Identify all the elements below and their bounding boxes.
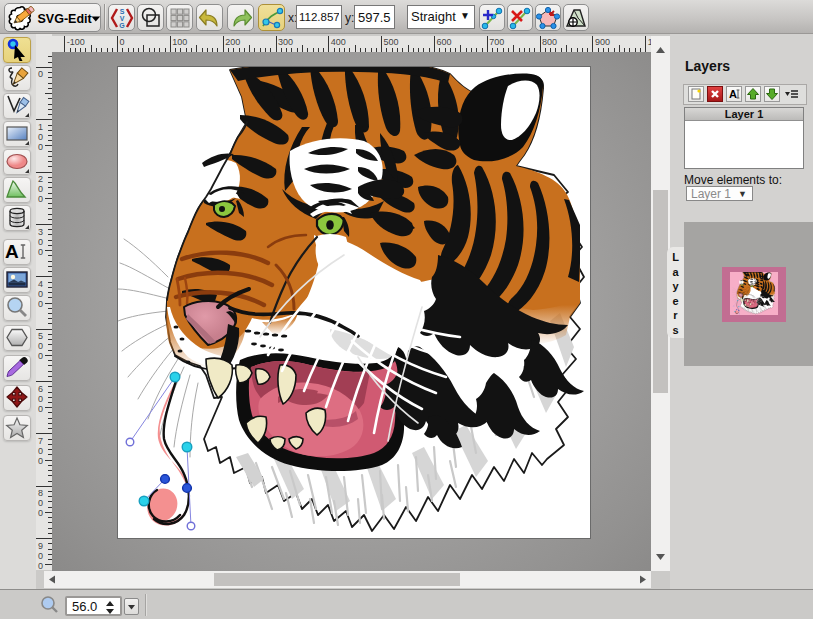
svg-text:-100: -100: [67, 37, 85, 47]
svg-text:0: 0: [38, 351, 43, 361]
svg-text:7: 7: [38, 436, 43, 446]
svg-text:0: 0: [38, 561, 43, 570]
svg-text:0: 0: [38, 194, 43, 204]
svg-text:0: 0: [38, 394, 43, 404]
svg-text:2: 2: [38, 174, 43, 184]
svg-text:400: 400: [331, 37, 346, 47]
svg-text:9: 9: [38, 541, 43, 551]
svg-text:900: 900: [595, 37, 610, 47]
svg-text:700: 700: [489, 37, 504, 47]
svg-text:0: 0: [120, 37, 125, 47]
svg-text:8: 8: [38, 488, 43, 498]
svg-text:200: 200: [225, 37, 240, 47]
svg-text:A: A: [5, 241, 19, 262]
svg-text:0: 0: [38, 446, 43, 456]
svg-text:0: 0: [38, 508, 43, 518]
svg-text:0: 0: [38, 456, 43, 466]
svg-text:600: 600: [436, 37, 451, 47]
svg-text:100: 100: [172, 37, 187, 47]
svg-text:S: S: [119, 8, 124, 15]
svg-text:0: 0: [38, 289, 43, 299]
svg-text:0: 0: [38, 69, 43, 79]
svg-text:0: 0: [38, 498, 43, 508]
svg-text:0: 0: [38, 341, 43, 351]
svg-text:1: 1: [38, 122, 43, 132]
svg-text:0: 0: [38, 132, 43, 142]
svg-text:0: 0: [38, 184, 43, 194]
svg-text:SVG-Edit: SVG-Edit: [37, 11, 92, 25]
svg-text:0: 0: [38, 237, 43, 247]
svg-text:0: 0: [38, 551, 43, 561]
svg-text:500: 500: [384, 37, 399, 47]
svg-text:4: 4: [38, 279, 43, 289]
svg-text:6: 6: [38, 384, 43, 394]
svg-text:5: 5: [38, 331, 43, 341]
svg-text:V: V: [119, 15, 124, 22]
svg-text:300: 300: [278, 37, 293, 47]
svg-text:0: 0: [38, 142, 43, 152]
svg-text:0: 0: [38, 247, 43, 257]
svg-text:0: 0: [38, 404, 43, 414]
svg-text:800: 800: [542, 37, 557, 47]
svg-text:G: G: [119, 22, 125, 29]
svg-text:0: 0: [38, 299, 43, 309]
svg-text:3: 3: [38, 227, 43, 237]
svg-text:A: A: [729, 88, 737, 100]
